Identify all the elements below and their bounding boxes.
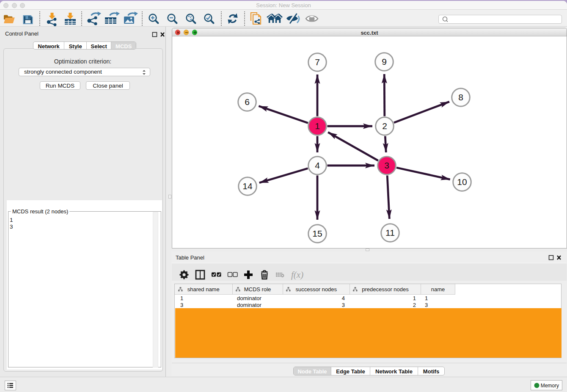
svg-text:10: 10 xyxy=(457,177,467,187)
svg-text:f(x): f(x) xyxy=(291,270,303,280)
svg-text:9: 9 xyxy=(382,57,387,66)
svg-text:6: 6 xyxy=(245,97,250,107)
svg-text:2: 2 xyxy=(382,121,387,131)
svg-text:15: 15 xyxy=(312,229,322,238)
svg-text:8: 8 xyxy=(458,92,463,102)
svg-text:1: 1 xyxy=(315,121,320,131)
svg-text:14: 14 xyxy=(242,181,253,191)
svg-text:4: 4 xyxy=(315,160,320,170)
svg-text:7: 7 xyxy=(315,57,320,67)
svg-text:3: 3 xyxy=(384,160,389,170)
svg-text:11: 11 xyxy=(385,228,395,237)
